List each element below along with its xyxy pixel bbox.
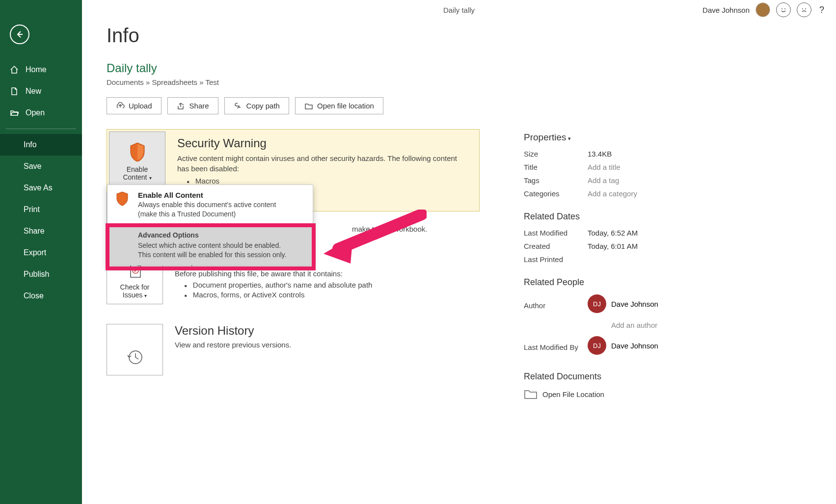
nav-close-label: Close <box>24 292 44 300</box>
menu-enable-all-line1: Always enable this document's active con… <box>138 200 276 210</box>
nav-new[interactable]: New <box>0 80 82 102</box>
nav-save-label: Save <box>24 162 41 171</box>
modified-by-avatar: DJ <box>588 336 606 355</box>
inspect-bullet-2: Macros, forms, or ActiveX controls <box>185 291 372 299</box>
copy-path-label: Copy path <box>246 102 280 110</box>
copy-path-button[interactable]: Copy path <box>224 97 289 114</box>
menu-enable-all-content[interactable]: Enable All Content Always enable this do… <box>108 185 313 225</box>
share-button[interactable]: Share <box>167 97 218 114</box>
enable-content-label1: Enable <box>127 165 148 173</box>
last-modified-value: Today, 6:52 AM <box>588 229 638 237</box>
nav-close[interactable]: Close <box>0 285 82 307</box>
menu-enable-all-line2: (make this a Trusted Document) <box>138 210 276 219</box>
page-title: Info <box>107 25 811 47</box>
author-avatar: DJ <box>588 294 606 313</box>
last-printed-label: Last Printed <box>524 255 588 264</box>
size-value: 13.4KB <box>588 150 612 158</box>
menu-enable-all-title: Enable All Content <box>138 191 276 199</box>
folder-icon <box>524 389 538 399</box>
modified-by-person[interactable]: DJ Dave Johnson <box>588 336 658 355</box>
title-input[interactable]: Add a title <box>588 163 620 171</box>
shield-icon <box>129 142 146 162</box>
menu-advanced-line2: This content will be enabled for this se… <box>138 250 286 260</box>
menu-advanced-options[interactable]: Advanced Options Select which active con… <box>108 225 313 265</box>
nav-print[interactable]: Print <box>0 199 82 220</box>
security-warning-heading: Security Warning <box>177 136 469 150</box>
main-content: Info Daily tally Documents » Spreadsheet… <box>82 0 836 504</box>
nav-publish-label: Publish <box>24 270 49 279</box>
author-name: Dave Johnson <box>611 300 658 308</box>
modified-by-name: Dave Johnson <box>611 342 658 350</box>
enable-content-label2: Content▾ <box>123 173 151 181</box>
nav-publish[interactable]: Publish <box>0 264 82 285</box>
security-bullet-macros: Macros <box>187 177 469 185</box>
created-value: Today, 6:01 AM <box>588 242 638 250</box>
nav-divider <box>6 129 76 129</box>
document-title: Daily tally <box>107 61 811 75</box>
tags-label: Tags <box>524 176 588 185</box>
created-label: Created <box>524 242 588 250</box>
nav-open-label: Open <box>26 108 45 117</box>
nav-save[interactable]: Save <box>0 156 82 177</box>
menu-advanced-line1: Select which active content should be en… <box>138 241 286 250</box>
inspect-desc: Before publishing this file, be aware th… <box>175 269 372 278</box>
related-documents-heading: Related Documents <box>524 371 730 382</box>
shield-icon <box>115 191 129 207</box>
properties-heading[interactable]: Properties▾ <box>524 132 730 143</box>
categories-input[interactable]: Add a category <box>588 189 637 198</box>
modified-by-label: Last Modified By <box>524 343 588 351</box>
size-label: Size <box>524 150 588 158</box>
categories-label: Categories <box>524 189 588 198</box>
nav-home[interactable]: Home <box>0 59 82 80</box>
open-file-location-link[interactable]: Open File Location <box>524 389 730 399</box>
history-desc: View and restore previous versions. <box>175 341 291 349</box>
open-file-location-text: Open File Location <box>542 390 604 398</box>
nav-info-label: Info <box>24 140 37 149</box>
related-dates-heading: Related Dates <box>524 212 730 222</box>
author-label: Author <box>524 301 588 310</box>
share-label: Share <box>189 102 209 110</box>
security-warning-desc: Active content might contain viruses and… <box>177 153 469 174</box>
nav-info[interactable]: Info <box>0 134 82 156</box>
home-icon <box>10 65 19 74</box>
nav-save-as[interactable]: Save As <box>0 177 82 199</box>
open-icon <box>10 108 19 117</box>
new-icon <box>10 87 19 96</box>
menu-advanced-title: Advanced Options <box>138 231 286 240</box>
back-button[interactable] <box>10 25 29 44</box>
nav-save-as-label: Save As <box>24 184 53 192</box>
add-author-input[interactable]: Add an author <box>611 321 730 329</box>
author-person[interactable]: DJ Dave Johnson <box>588 294 658 313</box>
nav-export[interactable]: Export <box>0 242 82 264</box>
upload-button[interactable]: Upload <box>107 97 162 114</box>
nav-new-label: New <box>26 87 41 96</box>
nav-open[interactable]: Open <box>0 102 82 124</box>
breadcrumb: Documents » Spreadsheets » Test <box>107 78 811 86</box>
inspect-bullet-1: Document properties, author's name and a… <box>185 281 372 289</box>
open-file-location-button[interactable]: Open file location <box>295 97 383 114</box>
upload-label: Upload <box>129 102 152 110</box>
version-history-button[interactable] <box>107 324 163 375</box>
nav-print-label: Print <box>24 205 40 214</box>
backstage-sidebar: Home New Open Info Save Save As Print Sh… <box>0 0 82 504</box>
nav-export-label: Export <box>24 248 46 257</box>
protect-text-fragment: make to this workbook. <box>352 225 480 233</box>
link-icon <box>234 102 243 110</box>
check-issues-label2: Issues▾ <box>123 291 147 299</box>
check-issues-label1: Check for <box>120 283 150 291</box>
last-modified-label: Last Modified <box>524 229 588 237</box>
enable-content-button[interactable]: Enable Content▾ <box>109 132 165 186</box>
nav-share-label: Share <box>24 227 45 236</box>
share-icon <box>177 102 186 110</box>
history-heading: Version History <box>175 324 291 338</box>
history-icon <box>126 347 144 366</box>
security-warning-panel: Enable Content▾ Security Warning Active … <box>107 129 480 212</box>
nav-home-label: Home <box>26 65 47 74</box>
open-file-location-label: Open file location <box>317 102 374 110</box>
upload-icon <box>116 102 125 110</box>
nav-share[interactable]: Share <box>0 220 82 242</box>
related-people-heading: Related People <box>524 277 730 288</box>
tags-input[interactable]: Add a tag <box>588 176 619 185</box>
enable-content-dropdown: Enable All Content Always enable this do… <box>107 185 313 265</box>
title-label: Title <box>524 163 588 171</box>
